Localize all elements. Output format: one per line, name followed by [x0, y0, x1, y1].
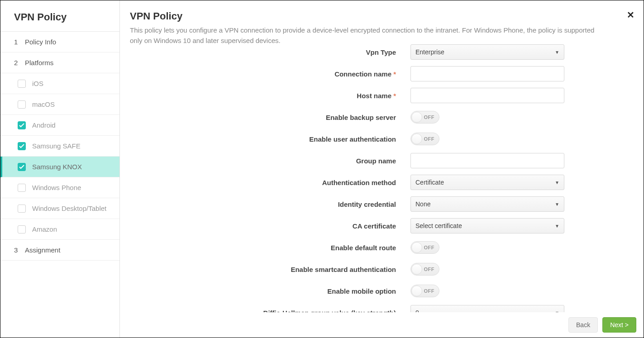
toggle-knob	[411, 133, 422, 144]
backup-server-toggle[interactable]: OFF	[410, 111, 439, 124]
sidebar-item-label: Amazon	[32, 225, 57, 233]
sidebar-item-label: Windows Phone	[32, 184, 81, 191]
close-icon[interactable]: ✕	[627, 10, 634, 20]
step-number: 2	[14, 59, 20, 67]
toggle-text: OFF	[424, 136, 435, 142]
step-number: 3	[14, 246, 20, 254]
vpn-type-select[interactable]: Enterprise ▼	[410, 44, 564, 60]
step-label: Platforms	[25, 59, 53, 67]
group-name-input[interactable]	[410, 153, 564, 168]
field-label: CA certificate	[353, 222, 396, 230]
toggle-text: OFF	[424, 114, 435, 120]
sidebar-item-amazon[interactable]: Amazon	[0, 219, 119, 240]
toggle-text: OFF	[424, 267, 435, 272]
sidebar-item-windows-phone[interactable]: Windows Phone	[0, 177, 119, 198]
toggle-text: OFF	[424, 288, 435, 294]
sidebar-item-label: iOS	[32, 80, 43, 87]
step-number: 1	[14, 38, 20, 46]
sidebar-step-platforms[interactable]: 2 Platforms	[0, 52, 119, 73]
ca-certificate-select[interactable]: Select certificate▼	[410, 218, 564, 233]
smartcard-auth-toggle[interactable]: OFF	[410, 263, 439, 276]
sidebar-item-label: Samsung SAFE	[32, 142, 81, 150]
toggle-knob	[411, 112, 422, 123]
back-button[interactable]: Back	[568, 317, 598, 333]
sidebar-step-assignment[interactable]: 3 Assignment	[0, 240, 119, 261]
footer: Back Next >	[120, 312, 644, 338]
sidebar-item-label: Android	[32, 121, 56, 129]
step-label: Policy Info	[25, 38, 56, 46]
sidebar-item-label: macOS	[32, 100, 55, 108]
required-marker: *	[393, 92, 396, 100]
toggle-knob	[411, 264, 422, 275]
toggle-knob	[411, 242, 422, 253]
toggle-knob	[411, 286, 422, 296]
field-label: Authentication method	[322, 179, 396, 186]
sidebar-step-policy-info[interactable]: 1 Policy Info	[0, 32, 119, 52]
page-title: VPN Policy	[130, 10, 627, 22]
sidebar-item-label: Windows Desktop/Tablet	[32, 205, 106, 212]
sidebar-item-label: Samsung KNOX	[32, 163, 82, 171]
sidebar-item-samsung-safe[interactable]: Samsung SAFE	[0, 136, 119, 157]
field-label: Vpn Type	[366, 48, 396, 56]
toggle-text: OFF	[424, 245, 435, 250]
field-label: Connection name	[334, 70, 391, 78]
select-value: None	[415, 200, 430, 208]
chevron-down-icon: ▼	[555, 180, 559, 185]
checkbox-icon[interactable]	[18, 100, 26, 109]
next-button[interactable]: Next >	[602, 317, 636, 333]
field-label: Enable default route	[331, 244, 396, 252]
identity-credential-select[interactable]: None▼	[410, 196, 564, 212]
required-marker: *	[393, 70, 396, 78]
field-label: Host name	[357, 92, 391, 100]
checkbox-icon[interactable]	[18, 225, 26, 233]
main-panel: ✕ VPN Policy This policy lets you config…	[120, 0, 644, 338]
select-value: Certificate	[415, 179, 444, 186]
field-label: Enable backup server	[326, 114, 396, 121]
mobile-option-toggle[interactable]: OFF	[410, 285, 439, 297]
auth-method-select[interactable]: Certificate▼	[410, 175, 564, 190]
user-auth-toggle[interactable]: OFF	[410, 133, 439, 145]
step-label: Assignment	[25, 246, 60, 254]
checkbox-icon[interactable]	[18, 80, 26, 88]
field-label: Enable mobile option	[327, 287, 396, 295]
sidebar-title: VPN Policy	[0, 0, 119, 32]
connection-name-input[interactable]	[410, 66, 564, 81]
sidebar: VPN Policy 1 Policy Info 2 Platforms iOS…	[0, 0, 120, 338]
chevron-down-icon: ▼	[555, 50, 559, 55]
default-route-toggle[interactable]: OFF	[410, 241, 439, 254]
chevron-down-icon: ▼	[555, 202, 559, 207]
sidebar-item-macos[interactable]: macOS	[0, 94, 119, 115]
sidebar-item-samsung-knox[interactable]: Samsung KNOX	[0, 157, 119, 177]
field-label: Identity credential	[338, 200, 396, 208]
select-value: Enterprise	[415, 48, 444, 56]
sidebar-item-windows-desktop-tablet[interactable]: Windows Desktop/Tablet	[0, 198, 119, 219]
select-value: Select certificate	[415, 222, 462, 229]
checkbox-icon[interactable]	[18, 142, 26, 150]
checkbox-icon[interactable]	[18, 205, 26, 213]
sidebar-item-ios[interactable]: iOS	[0, 73, 119, 94]
form-area: Vpn Type Enterprise ▼ Connection name * …	[130, 41, 627, 315]
chevron-down-icon: ▼	[555, 224, 559, 229]
field-label: Group name	[356, 157, 396, 165]
field-label: Enable smartcard authentication	[291, 266, 396, 273]
host-name-input[interactable]	[410, 88, 564, 103]
checkbox-icon[interactable]	[18, 163, 26, 171]
checkbox-icon[interactable]	[18, 121, 26, 129]
checkbox-icon[interactable]	[18, 184, 26, 192]
field-label: Enable user authentication	[309, 135, 396, 143]
sidebar-item-android[interactable]: Android	[0, 115, 119, 136]
